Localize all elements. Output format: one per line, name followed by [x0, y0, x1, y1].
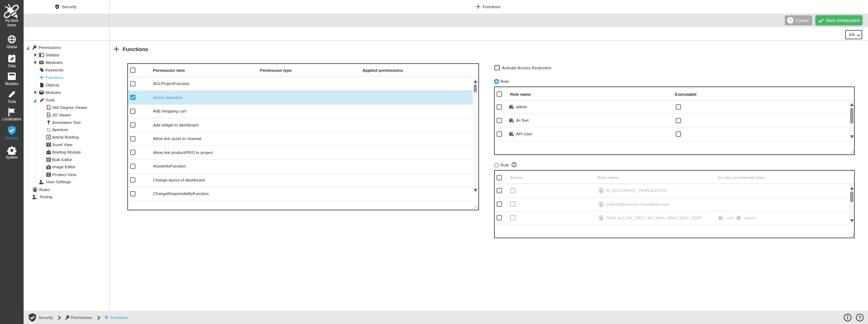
svg-text:360: 360: [48, 107, 50, 109]
svg-text:AB: AB: [40, 61, 43, 64]
svg-text:?: ?: [858, 315, 861, 320]
svg-text:3D: 3D: [48, 115, 50, 116]
